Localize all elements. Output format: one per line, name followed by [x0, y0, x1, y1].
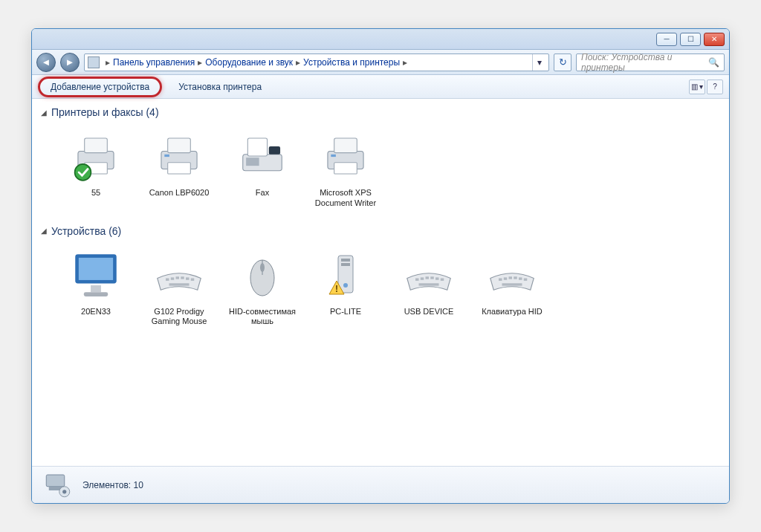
- keyboard-icon: [482, 246, 542, 304]
- titlebar: ─ ☐ ✕: [32, 29, 729, 50]
- chevron-right-icon: ▸: [400, 57, 410, 68]
- svg-rect-47: [502, 283, 522, 285]
- svg-rect-30: [341, 259, 350, 262]
- svg-rect-6: [168, 163, 191, 174]
- device-fax[interactable]: Fax: [221, 124, 304, 212]
- mouse-icon: [233, 246, 292, 304]
- search-input[interactable]: Поиск: Устройства и принтеры 🔍: [576, 53, 725, 71]
- svg-rect-14: [334, 163, 357, 174]
- refresh-button[interactable]: ↻: [554, 53, 571, 71]
- svg-rect-26: [169, 283, 190, 285]
- devices-icon: [42, 471, 74, 499]
- search-placeholder: Поиск: Устройства и принтеры: [581, 52, 708, 73]
- svg-rect-44: [514, 276, 517, 279]
- search-icon: 🔍: [708, 57, 719, 68]
- fax-icon: [233, 127, 292, 185]
- device-55[interactable]: 55: [54, 124, 137, 212]
- view-options: ▥ ▾ ?: [689, 80, 723, 94]
- svg-rect-21: [171, 277, 175, 279]
- svg-rect-34: [415, 278, 419, 280]
- navigation-bar: ◄ ► ▸ Панель управления ▸ Оборудование и…: [32, 50, 729, 75]
- address-dropdown[interactable]: ▾: [532, 54, 545, 71]
- chevron-right-icon: ▸: [195, 57, 205, 68]
- change-view-button[interactable]: ▥ ▾: [689, 80, 705, 94]
- svg-rect-19: [84, 292, 108, 296]
- svg-rect-10: [269, 146, 280, 155]
- svg-point-28: [260, 263, 265, 272]
- svg-rect-35: [421, 277, 424, 279]
- svg-rect-23: [181, 276, 184, 279]
- keyboard-icon: [149, 246, 209, 304]
- device-hid-mouse[interactable]: HID-совместимая мышь: [221, 243, 304, 331]
- collapse-icon: ◢: [41, 227, 47, 235]
- minimize-button[interactable]: ─: [656, 33, 677, 46]
- svg-rect-36: [426, 276, 430, 279]
- help-button[interactable]: ?: [707, 80, 723, 94]
- add-device-button[interactable]: Добавление устройства: [38, 77, 162, 97]
- tower-warn-icon: !: [316, 246, 375, 304]
- svg-rect-37: [430, 276, 434, 279]
- device-usb-device[interactable]: USB DEVICE: [387, 243, 470, 331]
- svg-rect-25: [191, 278, 195, 280]
- maximize-button[interactable]: ☐: [680, 33, 701, 46]
- svg-rect-9: [247, 138, 267, 156]
- device-label: Fax: [256, 188, 269, 198]
- breadcrumb[interactable]: Оборудование и звук: [205, 57, 293, 68]
- device-g102-mouse[interactable]: G102 Prodigy Gaming Mouse: [137, 243, 221, 331]
- svg-rect-20: [166, 278, 169, 280]
- device-label: 55: [91, 188, 100, 198]
- svg-rect-45: [519, 277, 522, 279]
- toolbar: Добавление устройства Установка принтера…: [32, 75, 729, 99]
- back-button[interactable]: ◄: [36, 53, 56, 72]
- breadcrumb[interactable]: Устройства и принтеры: [303, 57, 400, 68]
- device-label: Клавиатура HID: [482, 307, 543, 317]
- svg-rect-43: [509, 276, 513, 279]
- svg-point-32: [343, 283, 348, 288]
- device-label: HID-совместимая мышь: [222, 307, 302, 328]
- device-hid-keyboard[interactable]: Клавиатура HID: [470, 243, 554, 331]
- svg-rect-22: [176, 276, 180, 279]
- device-label: Canon LBP6020: [149, 188, 210, 198]
- svg-point-3: [75, 164, 91, 181]
- breadcrumb[interactable]: Панель управления: [113, 57, 195, 68]
- printer-icon: [149, 127, 209, 185]
- group-items: 20EN33 G102 Prodigy Gaming Mouse HID-сов…: [32, 240, 729, 341]
- content-area: ◢Принтеры и факсы (4) 55 Canon LBP6020 F…: [32, 99, 729, 466]
- printer-default-icon: [66, 127, 126, 185]
- svg-rect-17: [79, 257, 113, 279]
- monitor-icon: [66, 246, 126, 304]
- svg-rect-13: [334, 138, 357, 153]
- forward-button[interactable]: ►: [60, 53, 80, 72]
- svg-rect-39: [441, 278, 444, 280]
- svg-rect-40: [419, 283, 439, 285]
- svg-rect-41: [499, 278, 502, 280]
- group-header[interactable]: ◢Принтеры и факсы (4): [32, 103, 729, 121]
- svg-rect-7: [164, 155, 169, 157]
- close-button[interactable]: ✕: [704, 33, 725, 46]
- location-icon: [88, 56, 100, 68]
- add-printer-button[interactable]: Установка принтера: [171, 79, 269, 95]
- svg-rect-15: [331, 155, 336, 157]
- device-label: G102 Prodigy Gaming Mouse: [139, 307, 219, 328]
- address-bar[interactable]: ▸ Панель управления ▸ Оборудование и зву…: [84, 53, 549, 71]
- chevron-right-icon: ▸: [103, 57, 113, 68]
- status-text: Элементов: 10: [82, 480, 143, 490]
- device-label: PC-LITE: [330, 307, 361, 317]
- svg-rect-18: [91, 285, 101, 291]
- svg-rect-38: [435, 277, 439, 279]
- group-header[interactable]: ◢Устройства (6): [32, 222, 729, 240]
- svg-rect-11: [246, 158, 259, 166]
- svg-rect-42: [504, 277, 508, 279]
- device-canon-lbp6020[interactable]: Canon LBP6020: [137, 124, 221, 212]
- svg-rect-24: [186, 277, 190, 279]
- device-20en33[interactable]: 20EN33: [54, 243, 137, 331]
- device-pc-lite[interactable]: ! PC-LITE: [304, 243, 387, 331]
- device-xps-writer[interactable]: Microsoft XPS Document Writer: [304, 124, 387, 212]
- device-label: Microsoft XPS Document Writer: [305, 188, 386, 209]
- svg-rect-5: [168, 138, 191, 153]
- svg-rect-31: [341, 263, 350, 266]
- keyboard-icon: [399, 246, 459, 304]
- svg-point-51: [62, 490, 66, 493]
- printer-icon: [316, 127, 375, 185]
- svg-rect-1: [85, 138, 108, 153]
